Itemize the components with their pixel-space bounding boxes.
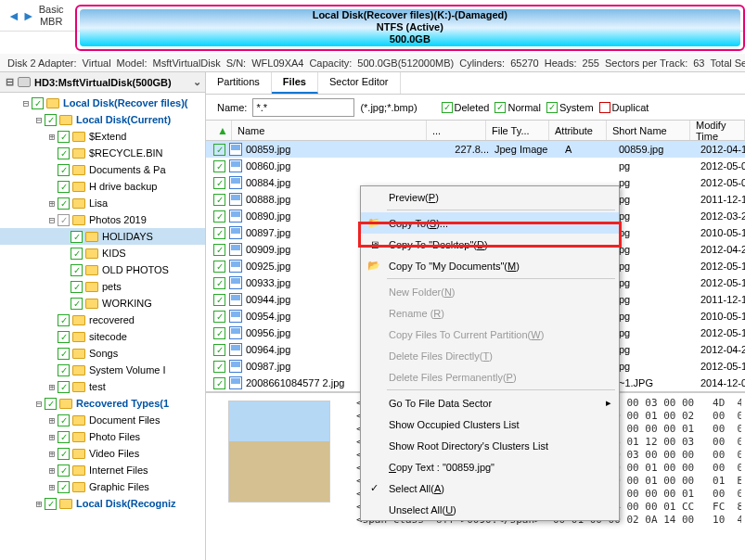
disk-banner[interactable]: Local Disk(Recover files)(K:)-(Damaged) … xyxy=(75,5,745,42)
tree-item[interactable]: ⊟✓Local Disk(Current) xyxy=(0,111,205,128)
file-icon xyxy=(229,143,242,156)
tree-item[interactable]: ✓HOLIDAYS xyxy=(0,228,205,245)
context-menu: Preview(P)📁Copy To(S)...🖥Copy To "Deskto… xyxy=(360,185,620,521)
col-modify[interactable]: Modify Time xyxy=(690,121,745,140)
tree-item[interactable]: ✓recovered xyxy=(0,312,205,328)
file-icon xyxy=(229,260,242,273)
file-icon xyxy=(229,193,242,206)
context-menu-item[interactable]: Unselect All(U) xyxy=(361,499,619,520)
context-menu-item[interactable]: Preview(P) xyxy=(361,186,619,208)
tree-item[interactable]: ⊞✓Lisa xyxy=(0,195,205,211)
tree-item[interactable]: ✓pets xyxy=(0,278,205,295)
file-icon xyxy=(229,159,242,172)
tab-files[interactable]: Files xyxy=(272,72,318,94)
tree-panel: ⊟ HD3:MsftVirtualDisk(500GB) ⌄ ⊟✓Local D… xyxy=(0,72,206,560)
deleted-checkbox[interactable]: ✓Deleted xyxy=(442,102,490,113)
tree-root-header[interactable]: ⊟ HD3:MsftVirtualDisk(500GB) ⌄ xyxy=(0,72,205,93)
tree-item[interactable]: ⊞✓Local Disk(Recogniz xyxy=(0,495,205,512)
file-row[interactable]: ✓ 00859.jpg227.8... Jpeg ImageA 00859.jp… xyxy=(206,141,745,158)
file-icon xyxy=(229,343,242,356)
tree-item[interactable]: ✓WORKING xyxy=(0,295,205,312)
context-menu-item[interactable]: 🖥Copy To "Desktop"(D) xyxy=(361,234,619,255)
col-name[interactable]: Name xyxy=(232,121,427,140)
context-menu-item[interactable]: ✓Select All(A) xyxy=(361,477,619,499)
folder-tree: ⊟✓Local Disk(Recover files)(⊟✓Local Disk… xyxy=(0,93,205,514)
tree-item[interactable]: ⊞✓test xyxy=(0,378,205,395)
nav-arrows: ◄ ► xyxy=(7,8,35,23)
context-menu-item[interactable]: Show Occupied Clusters List xyxy=(361,414,619,435)
tree-item[interactable]: ✓sitecode xyxy=(0,328,205,345)
tree-item[interactable]: ⊞✓Photo Files xyxy=(0,428,205,445)
duplicate-checkbox[interactable]: Duplicat xyxy=(599,102,649,113)
context-menu-item: Rename (R) xyxy=(361,302,619,324)
context-menu-item: Copy Files To Current Partition(W) xyxy=(361,324,619,345)
tab-sector-editor[interactable]: Sector Editor xyxy=(318,72,401,94)
tree-item[interactable]: ⊞✓Internet Files xyxy=(0,462,205,478)
file-icon xyxy=(229,176,242,189)
tree-item[interactable]: ✓H drive backup xyxy=(0,178,205,195)
context-menu-item[interactable]: 📁Copy To(S)... xyxy=(361,212,619,234)
tree-item[interactable]: ⊞✓Graphic Files xyxy=(0,478,205,495)
file-row[interactable]: ✓ 00860.jpg pg2012-05-01 0 xyxy=(206,158,745,174)
tree-item[interactable]: ✓$RECYCLE.BIN xyxy=(0,145,205,161)
col-size[interactable]: ... xyxy=(427,121,486,140)
tree-item[interactable]: ⊞✓Document Files xyxy=(0,412,205,428)
name-filter-label: Name: xyxy=(217,102,247,113)
tree-item[interactable]: ✓OLD PHOTOS xyxy=(0,261,205,278)
file-icon xyxy=(229,276,242,289)
tree-item[interactable]: ⊟✓Photos 2019 xyxy=(0,211,205,228)
file-icon xyxy=(229,293,242,306)
banner-title: Local Disk(Recover files)(K:)-(Damaged) xyxy=(313,9,507,21)
tree-item[interactable]: ✓System Volume I xyxy=(0,362,205,378)
file-icon xyxy=(229,226,242,239)
file-icon xyxy=(229,360,242,373)
context-menu-item[interactable]: 📂Copy To "My Documents"(M) xyxy=(361,255,619,276)
tree-item[interactable]: ⊟✓Recovered Types(1 xyxy=(0,395,205,412)
context-menu-item: Delete Files Directly(T) xyxy=(361,345,619,366)
name-filter-input[interactable] xyxy=(252,98,354,117)
tree-item[interactable]: ✓KIDS xyxy=(0,245,205,261)
chevron-down-icon[interactable]: ⌄ xyxy=(193,76,201,88)
tree-item[interactable]: ✓Songs xyxy=(0,345,205,362)
tree-item[interactable]: ⊟✓Local Disk(Recover files)( xyxy=(0,95,205,111)
disk-mode-label: Basic MBR xyxy=(39,4,64,26)
normal-checkbox[interactable]: ✓Normal xyxy=(495,102,540,113)
context-menu-item: New Folder(N) xyxy=(361,281,619,302)
context-menu-item[interactable]: Show Root Directory's Clusters List xyxy=(361,435,619,456)
col-filetype[interactable]: File Ty... xyxy=(486,121,549,140)
back-button[interactable]: ◄ xyxy=(7,8,20,23)
context-menu-item: Delete Files Permanently(P) xyxy=(361,366,619,388)
scroll-up-icon[interactable]: ▲ xyxy=(217,124,231,137)
file-icon xyxy=(229,243,242,256)
file-icon xyxy=(229,310,242,323)
tree-item[interactable]: ⊞✓$Extend xyxy=(0,128,205,145)
file-icon xyxy=(229,326,242,339)
tab-bar: Partitions Files Sector Editor xyxy=(206,72,745,95)
forward-button[interactable]: ► xyxy=(22,8,35,23)
tree-item[interactable]: ⊞✓Video Files xyxy=(0,445,205,462)
image-thumbnail[interactable] xyxy=(228,401,330,503)
disk-icon xyxy=(18,77,31,87)
file-icon xyxy=(229,376,242,389)
context-menu-item[interactable]: Go To File Data Sector▸ xyxy=(361,392,619,414)
top-toolbar: ◄ ► Basic MBR Local Disk(Recover files)(… xyxy=(0,0,745,32)
tree-item[interactable]: ✓Documents & Pa xyxy=(0,161,205,178)
file-columns-header: ▲ Name ... File Ty... Attribute Short Na… xyxy=(206,121,745,141)
context-menu-item[interactable]: Copy Text : "00859.jpg" xyxy=(361,456,619,477)
banner-size: 500.0GB xyxy=(390,33,430,45)
file-icon xyxy=(229,210,242,223)
filter-bar: Name: (*.jpg;*.bmp) ✓Deleted ✓Normal ✓Sy… xyxy=(206,95,745,121)
ext-filter-label: (*.jpg;*.bmp) xyxy=(360,102,417,113)
tab-partitions[interactable]: Partitions xyxy=(206,72,272,94)
col-attribute[interactable]: Attribute xyxy=(549,121,607,140)
disk-info-bar: Disk 2 Adapter:Virtual Model:MsftVirtual… xyxy=(0,54,745,72)
col-shortname[interactable]: Short Name xyxy=(607,121,690,140)
banner-fs: NTFS (Active) xyxy=(377,21,443,33)
system-checkbox[interactable]: ✓System xyxy=(546,102,594,113)
